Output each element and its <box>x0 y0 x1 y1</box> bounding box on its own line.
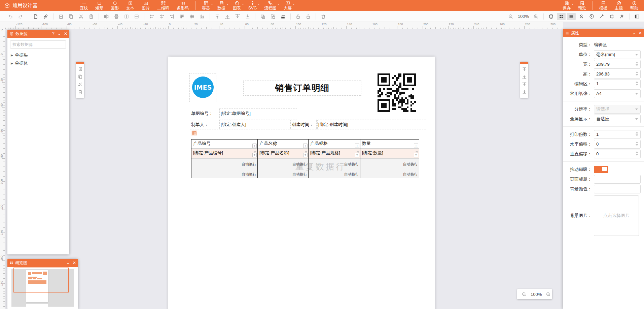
tool-flow[interactable]: 流程图 <box>260 0 280 11</box>
addbox-icon[interactable] <box>77 65 83 72</box>
table-binding-cell[interactable]: [绑定:产品规格]T <box>309 149 360 158</box>
property-number-input[interactable]: 296.83 <box>594 70 641 79</box>
property-number-input[interactable]: 0 <box>594 150 641 158</box>
detail-table[interactable]: 产品编号T产品名称T产品规格T数量T[绑定:产品编号]T[绑定:产品名称]T[绑… <box>191 139 419 178</box>
totop-icon[interactable] <box>521 65 528 72</box>
panel-icon[interactable] <box>633 13 641 20</box>
paste-icon[interactable] <box>87 13 96 20</box>
close-icon[interactable]: ✕ <box>639 31 642 35</box>
boxh-icon[interactable] <box>132 13 141 20</box>
property-number-input[interactable]: 1 <box>594 130 641 139</box>
property-select[interactable]: 毫米(mm) <box>594 50 641 59</box>
field-label-order-no[interactable]: 单据编号： <box>190 109 220 118</box>
vsplit-icon[interactable] <box>102 13 111 20</box>
expand-arrow-icon[interactable]: ▶ <box>11 62 13 65</box>
blocks-icon[interactable] <box>557 13 566 20</box>
aligntop-icon[interactable] <box>178 13 186 20</box>
alignmid-icon[interactable] <box>188 13 196 20</box>
collapse-icon[interactable]: ⌄ <box>66 261 70 265</box>
trash-icon[interactable] <box>319 13 328 20</box>
zoom-in-icon[interactable] <box>544 291 552 298</box>
group-icon[interactable] <box>258 13 267 20</box>
expand-arrow-icon[interactable]: ▶ <box>11 54 13 57</box>
overview-panel-header[interactable]: 概览图 ⌄ ✕ <box>7 259 78 267</box>
tool-line[interactable]: 直线 <box>76 0 92 11</box>
field-value-creator[interactable]: [绑定:创建人] <box>219 120 297 129</box>
datasource-search-input[interactable] <box>10 40 66 49</box>
table-autowrap-cell[interactable]: 自动换行 <box>360 168 419 178</box>
boxv-icon[interactable] <box>122 13 131 20</box>
property-text-input[interactable] <box>594 175 641 184</box>
tree-item-2[interactable]: ▶单据体 <box>7 59 69 67</box>
property-number-input[interactable]: 0 <box>594 140 641 149</box>
tobottom-icon[interactable] <box>243 13 252 20</box>
table-header-cell[interactable]: 产品规格T <box>309 140 360 149</box>
table-binding-cell[interactable]: [绑定:产品编号]T <box>191 149 258 158</box>
datasource-panel-header[interactable]: 数据源 ? ⌄ ✕ <box>7 30 69 38</box>
stepper-icons[interactable] <box>636 132 638 136</box>
property-select[interactable]: 请选择 <box>594 105 641 114</box>
alignl-icon[interactable] <box>147 13 156 20</box>
addbox-icon[interactable] <box>57 13 65 20</box>
stepper-icons[interactable] <box>636 81 638 86</box>
properties-panel-header[interactable]: 属性 ⌄ ✕ <box>563 29 644 37</box>
copy-icon[interactable] <box>77 73 83 80</box>
mini-toolbar-grip[interactable] <box>76 62 84 64</box>
chevron-down-icon[interactable] <box>571 1 574 7</box>
tobottom-icon[interactable] <box>521 89 528 96</box>
tool-chart[interactable]: 图表 <box>229 0 245 11</box>
report-title-element[interactable]: 销售订单明细 <box>243 81 361 96</box>
close-icon[interactable]: ✕ <box>64 32 67 36</box>
tree-item-1[interactable]: ▶单据头 <box>7 51 69 59</box>
topbar-theme-button[interactable]: 主题 <box>611 0 627 11</box>
stepper-icons[interactable] <box>636 142 638 146</box>
field-value-order-no[interactable]: [绑定:单据编号] <box>219 109 297 118</box>
table-autowrap-cell[interactable]: 自动换行 <box>258 168 309 178</box>
tool-image[interactable]: 图片 <box>138 0 153 11</box>
logo-element[interactable]: IMES <box>189 73 216 102</box>
layers-icon[interactable] <box>279 13 287 20</box>
property-text-input[interactable] <box>594 185 641 193</box>
topbar-preview-button[interactable]: 预览 <box>574 0 590 11</box>
ungroup-icon[interactable] <box>269 13 277 20</box>
topbar-help-button[interactable]: 帮助 <box>627 0 642 11</box>
collapse-icon[interactable]: ⌄ <box>58 32 61 36</box>
field-value-create-time[interactable]: [绑定:创建时间] <box>316 120 426 129</box>
redo-icon[interactable] <box>16 13 25 20</box>
collapse-icon[interactable]: ⌄ <box>632 31 636 35</box>
overview-minimap[interactable] <box>11 269 74 307</box>
moveup-icon[interactable] <box>521 73 528 80</box>
table-header-cell[interactable]: 产品编号T <box>191 140 258 149</box>
drag-snap-toggle[interactable] <box>594 166 608 173</box>
alignr-icon[interactable] <box>168 13 176 20</box>
tool-svg[interactable]: SVG <box>245 0 260 11</box>
field-label-create-time[interactable]: 创建时间： <box>290 120 318 129</box>
stepper-icons[interactable] <box>636 151 638 156</box>
cut-icon[interactable] <box>77 81 83 88</box>
table-handle-icon[interactable] <box>191 130 197 136</box>
field-label-creator[interactable]: 制单人： <box>190 120 220 129</box>
property-select[interactable]: 自适应 <box>594 115 641 123</box>
chevron-down-icon[interactable] <box>226 1 229 7</box>
background-image-picker[interactable]: 点击选择图片 <box>594 195 639 236</box>
table-autowrap-cell[interactable]: 自动换行 <box>360 158 419 168</box>
tool-screen[interactable]: 大屏 <box>280 0 295 11</box>
property-number-input[interactable]: 209.79 <box>594 60 641 69</box>
table-binding-cell[interactable]: [绑定:产品名称]T <box>258 149 309 158</box>
copy-icon[interactable] <box>67 13 75 20</box>
chevron-down-icon[interactable] <box>292 1 295 7</box>
report-page[interactable]: IMES 销售订单明细 单据编号： [绑定:单据编号] 制单人： [绑定:创建人… <box>168 57 435 309</box>
close-icon[interactable]: ✕ <box>73 261 76 265</box>
table-autowrap-cell[interactable]: 自动换行 <box>309 168 360 178</box>
help-icon[interactable]: ? <box>52 32 55 36</box>
minimap-viewport[interactable] <box>13 268 69 292</box>
table-header-cell[interactable]: 数量T <box>360 140 419 149</box>
undo-icon[interactable] <box>6 13 15 20</box>
topbar-save-button[interactable]: 保存 <box>559 0 574 11</box>
mini-toolbar-grip[interactable] <box>520 62 528 64</box>
tool-barcode[interactable]: 条形码 <box>173 0 192 11</box>
design-canvas[interactable]: IMES 销售订单明细 单据编号： [绑定:单据编号] 制单人： [绑定:创建人… <box>5 29 563 309</box>
unlock-icon[interactable] <box>294 13 302 20</box>
tool-data[interactable]: 数据 <box>214 0 229 11</box>
hsplit-icon[interactable] <box>112 13 121 20</box>
